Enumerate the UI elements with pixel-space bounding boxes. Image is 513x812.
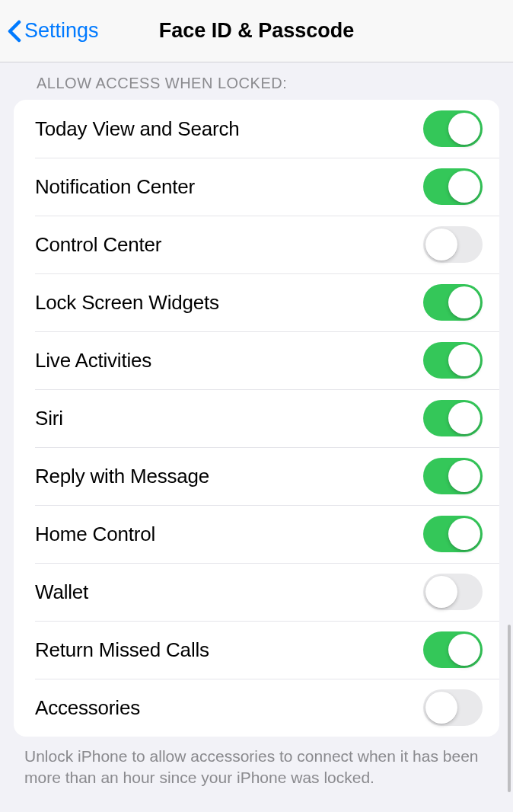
toggle-knob <box>448 402 480 434</box>
page-title: Face ID & Passcode <box>159 19 355 43</box>
setting-lock-screen-widgets: Lock Screen Widgets <box>14 273 499 331</box>
toggle-home-control[interactable] <box>423 516 483 552</box>
setting-accessories: Accessories <box>14 679 499 737</box>
setting-label: Siri <box>35 407 63 430</box>
setting-wallet: Wallet <box>14 563 499 621</box>
toggle-knob <box>448 171 480 203</box>
toggle-lock-screen-widgets[interactable] <box>423 284 483 321</box>
toggle-return-missed-calls[interactable] <box>423 631 483 668</box>
setting-label: Home Control <box>35 523 155 546</box>
settings-list: Today View and Search Notification Cente… <box>14 100 499 737</box>
content-area: Allow Access When Locked: Today View and… <box>0 62 513 789</box>
setting-return-missed-calls: Return Missed Calls <box>14 621 499 679</box>
setting-notification-center: Notification Center <box>14 158 499 216</box>
setting-label: Notification Center <box>35 175 195 199</box>
setting-label: Accessories <box>35 696 140 720</box>
setting-label: Wallet <box>35 580 88 604</box>
setting-label: Control Center <box>35 233 161 257</box>
setting-label: Today View and Search <box>35 117 240 141</box>
toggle-siri[interactable] <box>423 400 483 436</box>
toggle-control-center[interactable] <box>423 226 483 263</box>
toggle-knob <box>448 518 480 550</box>
toggle-knob <box>448 113 480 145</box>
toggle-knob <box>448 634 480 666</box>
toggle-live-activities[interactable] <box>423 342 483 379</box>
setting-reply-with-message: Reply with Message <box>14 447 499 505</box>
setting-label: Live Activities <box>35 349 151 372</box>
toggle-reply-with-message[interactable] <box>423 458 483 494</box>
toggle-knob <box>448 460 480 492</box>
toggle-knob <box>425 576 457 608</box>
setting-label: Return Missed Calls <box>35 638 209 662</box>
back-button[interactable]: Settings <box>8 19 99 43</box>
setting-live-activities: Live Activities <box>14 331 499 389</box>
toggle-notification-center[interactable] <box>423 168 483 205</box>
chevron-left-icon <box>8 20 21 43</box>
toggle-knob <box>448 286 480 318</box>
setting-home-control: Home Control <box>14 505 499 563</box>
toggle-accessories[interactable] <box>423 689 483 726</box>
section-header: Allow Access When Locked: <box>0 75 513 100</box>
back-label: Settings <box>24 19 99 43</box>
section-footer: Unlock iPhone to allow accessories to co… <box>0 737 513 789</box>
setting-control-center: Control Center <box>14 216 499 273</box>
toggle-knob <box>425 229 457 261</box>
scroll-indicator[interactable] <box>508 625 511 792</box>
toggle-knob <box>448 344 480 376</box>
toggle-today-view-search[interactable] <box>423 110 483 147</box>
setting-today-view-search: Today View and Search <box>14 100 499 158</box>
toggle-wallet[interactable] <box>423 574 483 610</box>
setting-siri: Siri <box>14 389 499 447</box>
toggle-knob <box>425 692 457 724</box>
setting-label: Lock Screen Widgets <box>35 291 219 315</box>
setting-label: Reply with Message <box>35 465 209 488</box>
navigation-bar: Settings Face ID & Passcode <box>0 0 513 62</box>
